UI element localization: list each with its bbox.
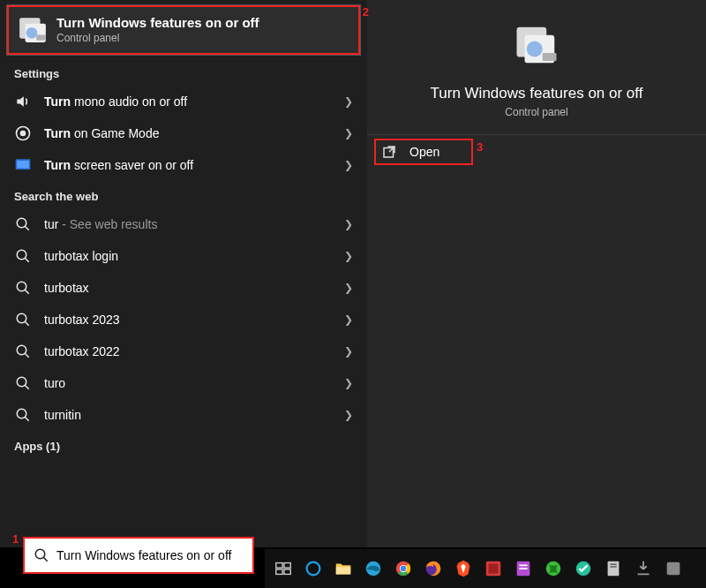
- search-query-text: Turn Windows features on or off: [56, 548, 244, 562]
- web-result-item[interactable]: turbotax 2023❯: [0, 304, 367, 335]
- taskbar-snip[interactable]: [480, 555, 507, 582]
- open-label: Open: [409, 145, 439, 159]
- settings-item-game-mode[interactable]: Turn on Game Mode ❯: [0, 117, 367, 149]
- svg-point-8: [17, 218, 26, 228]
- svg-rect-44: [667, 562, 680, 576]
- chevron-right-icon: ❯: [344, 409, 353, 421]
- settings-item-screensaver[interactable]: Turn screen saver on or off ❯: [0, 149, 367, 181]
- svg-rect-18: [543, 53, 557, 61]
- svg-point-2: [26, 27, 38, 39]
- windows-features-large-icon: [513, 21, 560, 69]
- taskbar-xbox[interactable]: [540, 555, 567, 582]
- chevron-right-icon: ❯: [344, 345, 353, 358]
- open-icon: [381, 144, 397, 160]
- search-icon: [14, 343, 32, 360]
- web-result-text: turbotax 2023: [44, 313, 337, 327]
- search-icon: [14, 374, 32, 392]
- taskbar-files[interactable]: [600, 555, 627, 582]
- taskbar-firefox[interactable]: [420, 555, 447, 582]
- gamemode-icon: [14, 124, 32, 142]
- web-result-text: tur - See web results: [44, 217, 337, 231]
- chevron-right-icon: ❯: [344, 377, 353, 389]
- web-result-text: turnitin: [44, 408, 337, 422]
- best-match-texts: Turn Windows features on or off Control …: [56, 15, 259, 44]
- search-input[interactable]: Turn Windows features on or off: [23, 537, 254, 574]
- best-match-subtitle: Control panel: [56, 32, 259, 44]
- svg-rect-35: [489, 564, 499, 574]
- chevron-right-icon: ❯: [344, 250, 353, 262]
- chevron-right-icon: ❯: [344, 313, 353, 326]
- callout-2: 2: [363, 5, 369, 19]
- svg-point-20: [35, 549, 45, 559]
- svg-point-32: [401, 566, 406, 571]
- search-icon: [14, 215, 32, 233]
- svg-rect-7: [17, 161, 28, 168]
- web-result-text: turbotax login: [44, 249, 337, 263]
- chevron-right-icon: ❯: [344, 127, 353, 139]
- callout-3: 3: [477, 140, 483, 154]
- svg-point-14: [17, 409, 26, 418]
- speaker-icon: [14, 93, 32, 110]
- screensaver-icon: [14, 156, 32, 174]
- taskbar-brave[interactable]: [450, 555, 477, 582]
- svg-point-13: [17, 377, 26, 387]
- svg-rect-24: [284, 569, 290, 575]
- svg-rect-3: [36, 34, 46, 40]
- svg-rect-26: [336, 567, 351, 574]
- open-action[interactable]: Open 3: [367, 135, 706, 169]
- search-icon: [34, 547, 49, 563]
- svg-rect-43: [610, 566, 616, 567]
- svg-point-25: [307, 562, 320, 576]
- chevron-right-icon: ❯: [344, 159, 353, 171]
- search-icon: [14, 406, 32, 424]
- chevron-right-icon: ❯: [344, 282, 353, 294]
- web-header: Search the web: [0, 181, 367, 208]
- settings-header: Settings: [0, 58, 367, 86]
- svg-rect-22: [284, 563, 290, 569]
- web-result-item[interactable]: turbotax❯: [0, 272, 367, 304]
- chevron-right-icon: ❯: [344, 218, 353, 230]
- svg-rect-38: [519, 568, 527, 569]
- preview-subtitle: Control panel: [505, 106, 567, 118]
- settings-item-mono-audio[interactable]: Turn mono audio on or off ❯: [0, 86, 367, 117]
- taskbar: [265, 549, 706, 588]
- svg-rect-42: [610, 564, 616, 565]
- apps-header: Apps (1): [0, 431, 367, 458]
- svg-point-17: [527, 41, 543, 57]
- web-result-item[interactable]: turbotax 2022❯: [0, 335, 367, 367]
- svg-rect-23: [276, 569, 282, 575]
- search-panel: Turn Windows features on or off Control …: [0, 0, 706, 547]
- web-result-item[interactable]: turo❯: [0, 367, 367, 399]
- chevron-right-icon: ❯: [344, 95, 353, 108]
- svg-rect-21: [276, 563, 282, 569]
- taskbar-edge[interactable]: [360, 555, 387, 582]
- web-result-item[interactable]: turbotax login❯: [0, 240, 367, 272]
- taskbar-notes[interactable]: [510, 555, 537, 582]
- taskbar-chrome[interactable]: [390, 555, 417, 582]
- taskbar-file-explorer[interactable]: [330, 555, 357, 582]
- search-icon: [14, 279, 32, 297]
- results-column: Turn Windows features on or off Control …: [0, 0, 367, 547]
- search-icon: [14, 247, 32, 265]
- search-icon: [14, 311, 32, 328]
- best-match-title: Turn Windows features on or off: [56, 15, 259, 30]
- best-match-item[interactable]: Turn Windows features on or off Control …: [7, 5, 360, 55]
- settings-item-text: Turn on Game Mode: [44, 126, 337, 140]
- taskbar-downloads[interactable]: [630, 555, 657, 582]
- svg-point-12: [17, 345, 26, 355]
- preview-header: Turn Windows features on or off Control …: [367, 0, 706, 135]
- svg-point-5: [21, 132, 26, 136]
- taskbar-more[interactable]: [660, 555, 687, 582]
- settings-item-text: Turn screen saver on or off: [44, 158, 337, 172]
- taskbar-task-view[interactable]: [270, 555, 297, 582]
- web-result-item[interactable]: tur - See web results❯: [0, 208, 367, 240]
- settings-item-text: Turn mono audio on or off: [44, 94, 337, 109]
- taskbar-wondershare[interactable]: [570, 555, 597, 582]
- taskbar-cortana[interactable]: [300, 555, 327, 582]
- preview-column: Turn Windows features on or off Control …: [367, 0, 706, 547]
- web-result-item[interactable]: turnitin❯: [0, 399, 367, 431]
- web-result-text: turbotax 2022: [44, 344, 337, 358]
- svg-point-10: [17, 282, 26, 291]
- web-result-text: turo: [44, 376, 337, 390]
- callout-1: 1: [12, 532, 19, 546]
